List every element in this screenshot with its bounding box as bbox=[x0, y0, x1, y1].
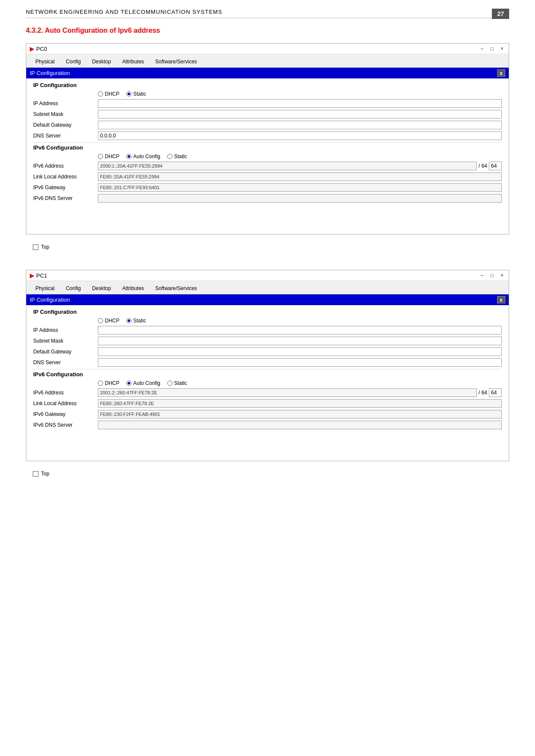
pc0-window-title: PC0 bbox=[36, 46, 479, 52]
pc1-ip-address-input[interactable] bbox=[98, 326, 502, 334]
pc1-ipv6-dns-input[interactable] bbox=[98, 421, 502, 429]
pc0-gateway-row: Default Gateway bbox=[33, 121, 502, 129]
pc1-tab-attributes[interactable]: Attributes bbox=[116, 283, 150, 294]
pc0-ipv6-prefix-input[interactable] bbox=[489, 162, 502, 170]
pc1-tab-config[interactable]: Config bbox=[60, 283, 87, 294]
pc0-ipv6-gateway-row: IPv6 Gateway bbox=[33, 183, 502, 192]
pc1-dhcp-radio[interactable]: DHCP bbox=[98, 318, 119, 324]
pc0-dhcp-radio[interactable]: DHCP bbox=[98, 91, 119, 97]
pc0-link-local-row: Link Local Address bbox=[33, 172, 502, 181]
page-number-badge: 27 bbox=[492, 9, 509, 19]
pc0-link-local-input bbox=[98, 172, 502, 181]
pc1-ipv6-dns-row: IPv6 DNS Server bbox=[33, 421, 502, 429]
pc1-window-icon: ▶ bbox=[30, 272, 34, 279]
pc1-dns-row: DNS Server bbox=[33, 358, 502, 367]
pc1-subnet-mask-row: Subnet Mask bbox=[33, 337, 502, 345]
pc1-ipv6-dhcp-radio[interactable]: DHCP bbox=[98, 380, 119, 386]
pc0-subnet-mask-row: Subnet Mask bbox=[33, 110, 502, 119]
pc0-ip-address-input[interactable] bbox=[98, 99, 502, 108]
pc0-tab-attributes[interactable]: Attributes bbox=[116, 56, 150, 67]
pc1-close-button[interactable]: × bbox=[499, 272, 505, 278]
pc0-dns-input[interactable] bbox=[98, 131, 502, 140]
pc0-ipv6-address-row: IPv6 Address / 64 bbox=[33, 162, 502, 170]
pc1-tab-physical[interactable]: Physical bbox=[30, 283, 60, 294]
pc0-top-checkbox-row: Top bbox=[26, 241, 509, 253]
pc0-ip-config-label: IP Configuration bbox=[30, 70, 70, 76]
page-header: NETWORK ENGINEERING AND TELECOMMUNICATIO… bbox=[26, 9, 222, 15]
pc0-ipv6-static-radio[interactable]: Static bbox=[167, 153, 187, 159]
pc1-tab-desktop[interactable]: Desktop bbox=[86, 283, 116, 294]
section-title: 4.3.2. Auto Configuration of Ipv6 addres… bbox=[26, 27, 509, 34]
pc0-minimize-button[interactable]: – bbox=[479, 46, 485, 52]
pc1-ipv6-prefix-input[interactable] bbox=[489, 388, 502, 397]
pc1-ipv6-section-title: IPv6 Configuration bbox=[33, 371, 502, 378]
pc1-ipv6-auto-radio[interactable]: Auto Config bbox=[126, 380, 160, 386]
pc0-window: ▶ PC0 – □ × Physical Config Desktop Attr… bbox=[26, 43, 509, 234]
pc0-ip-config-close[interactable]: x bbox=[497, 69, 505, 77]
pc0-tab-bar: Physical Config Desktop Attributes Softw… bbox=[26, 54, 509, 68]
pc1-ip-section-title: IP Configuration bbox=[33, 309, 502, 315]
pc0-ipv6-gateway-input[interactable] bbox=[98, 183, 502, 192]
pc1-gateway-row: Default Gateway bbox=[33, 347, 502, 356]
pc1-static-radio[interactable]: Static bbox=[126, 318, 146, 324]
pc0-tab-desktop[interactable]: Desktop bbox=[86, 56, 116, 67]
pc0-ipv6-dns-input[interactable] bbox=[98, 194, 502, 203]
pc1-minimize-button[interactable]: – bbox=[479, 272, 485, 278]
pc0-window-icon: ▶ bbox=[30, 45, 34, 52]
pc1-subnet-mask-input[interactable] bbox=[98, 337, 502, 345]
pc0-ipv6-address-input[interactable] bbox=[98, 162, 477, 170]
pc1-link-local-row: Link Local Address bbox=[33, 399, 502, 408]
pc0-close-button[interactable]: × bbox=[499, 46, 505, 52]
pc1-ipv6-address-row: IPv6 Address / 64 bbox=[33, 388, 502, 397]
pc1-ipv6-static-radio[interactable]: Static bbox=[167, 380, 187, 386]
pc1-ip-config-close[interactable]: x bbox=[497, 296, 505, 303]
pc0-ip-address-row: IP Address bbox=[33, 99, 502, 108]
pc1-dns-input[interactable] bbox=[98, 358, 502, 367]
pc1-top-checkbox-row: Top bbox=[26, 468, 509, 479]
pc1-ip-config-label: IP Configuration bbox=[30, 297, 70, 303]
pc1-window-title: PC1 bbox=[36, 272, 479, 279]
pc0-top-label: Top bbox=[41, 244, 49, 250]
pc1-window: ▶ PC1 – □ × Physical Config Desktop Attr… bbox=[26, 270, 509, 461]
pc0-tab-config[interactable]: Config bbox=[60, 56, 87, 67]
pc1-top-checkbox[interactable] bbox=[33, 471, 38, 477]
pc0-ipv6-dns-row: IPv6 DNS Server bbox=[33, 194, 502, 203]
pc1-ip-address-row: IP Address bbox=[33, 326, 502, 334]
pc0-gateway-input[interactable] bbox=[98, 121, 502, 129]
pc0-ip-section-title: IP Configuration bbox=[33, 82, 502, 88]
pc0-tab-physical[interactable]: Physical bbox=[30, 56, 60, 67]
pc0-subnet-mask-input[interactable] bbox=[98, 110, 502, 119]
pc1-ip-config-bar: IP Configuration x bbox=[26, 294, 509, 305]
pc1-gateway-input[interactable] bbox=[98, 347, 502, 356]
pc1-ipv6-gateway-row: IPv6 Gateway bbox=[33, 410, 502, 419]
pc1-ipv6-gateway-input[interactable] bbox=[98, 410, 502, 419]
pc0-ipv6-section-title: IPv6 Configuration bbox=[33, 144, 502, 151]
pc1-tab-bar: Physical Config Desktop Attributes Softw… bbox=[26, 281, 509, 294]
pc0-top-checkbox[interactable] bbox=[33, 244, 38, 250]
pc0-ipv6-dhcp-radio[interactable]: DHCP bbox=[98, 153, 119, 159]
pc1-link-local-input bbox=[98, 399, 502, 408]
pc1-top-label: Top bbox=[41, 471, 49, 477]
pc0-maximize-button[interactable]: □ bbox=[489, 46, 495, 52]
pc0-ip-config-bar: IP Configuration x bbox=[26, 68, 509, 78]
pc1-ipv6-address-input[interactable] bbox=[98, 388, 477, 397]
pc0-ipv6-auto-radio[interactable]: Auto Config bbox=[126, 153, 160, 159]
pc1-tab-software[interactable]: Software/Services bbox=[150, 283, 203, 294]
pc0-dns-row: DNS Server bbox=[33, 131, 502, 140]
pc1-maximize-button[interactable]: □ bbox=[489, 272, 495, 278]
pc0-static-radio[interactable]: Static bbox=[126, 91, 146, 97]
pc0-tab-software[interactable]: Software/Services bbox=[150, 56, 203, 67]
